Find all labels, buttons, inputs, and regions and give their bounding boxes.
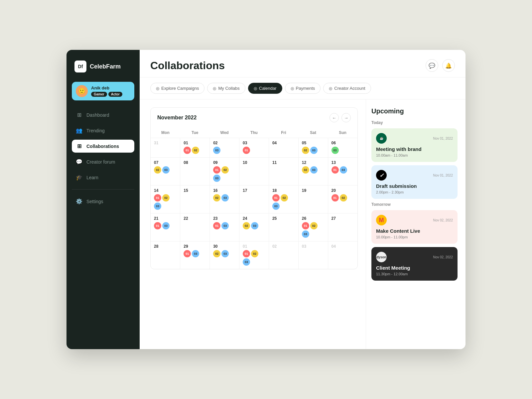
event-badge[interactable]: 02	[213, 250, 220, 257]
calendar-day[interactable]: 19	[298, 186, 328, 213]
event-badge[interactable]: 03	[154, 202, 161, 210]
tab-calendar[interactable]: ◎ Calendar	[248, 83, 282, 94]
event-badge[interactable]: 02	[310, 222, 318, 229]
next-month-button[interactable]: →	[341, 113, 351, 122]
event-card-client-meeting[interactable]: dyson Nov 02, 2022 Client Meeting 11.30p…	[371, 247, 458, 281]
notification-button[interactable]: 🔔	[442, 59, 455, 72]
tab-explore-campaigns[interactable]: ◎ Explore Campaigns	[150, 83, 204, 94]
chat-button[interactable]: 💬	[426, 59, 438, 72]
calendar-day[interactable]: 200102	[328, 186, 357, 213]
calendar-day[interactable]: 31	[151, 138, 180, 158]
event-badge[interactable]: 01	[332, 194, 339, 201]
event-badge[interactable]: 01	[243, 250, 250, 257]
calendar-day[interactable]: 240203	[239, 213, 269, 241]
calendar-day[interactable]: 0603	[328, 138, 357, 158]
event-badge[interactable]: 01	[243, 147, 250, 154]
event-card-draft-submission[interactable]: ✓ Nov 01, 2022 Draft submission 2.00pm -…	[371, 165, 458, 199]
calendar-day[interactable]: 26010203	[298, 213, 328, 241]
day-number: 27	[332, 216, 354, 221]
sidebar-item-trending[interactable]: 👥 Trending	[72, 124, 134, 137]
settings-icon: ⚙️	[76, 198, 82, 204]
event-badge[interactable]: 02	[162, 194, 170, 201]
event-badge[interactable]: 03	[310, 166, 318, 174]
calendar-day[interactable]: 03	[298, 241, 328, 269]
calendar-day[interactable]: 17	[239, 186, 269, 213]
calendar-day[interactable]: 04	[328, 241, 357, 269]
event-badge[interactable]: 03	[221, 222, 229, 229]
event-badge[interactable]: 03	[332, 147, 339, 154]
event-badge[interactable]: 01	[213, 222, 220, 229]
event-badge[interactable]: 03	[272, 202, 280, 210]
sidebar-item-settings[interactable]: ⚙️ Settings	[72, 195, 134, 208]
prev-month-button[interactable]: ←	[330, 113, 339, 122]
event-badge[interactable]: 02	[221, 166, 229, 174]
event-badge[interactable]: 02	[340, 194, 347, 201]
event-badge[interactable]: 03	[162, 222, 170, 229]
event-badge[interactable]: 03	[162, 166, 170, 174]
event-badge[interactable]: 02	[281, 194, 288, 201]
event-badge[interactable]: 03	[310, 147, 318, 154]
calendar-day[interactable]: 210103	[151, 213, 180, 241]
calendar-day[interactable]: 25	[269, 213, 298, 241]
calendar-day[interactable]: 120203	[298, 158, 328, 186]
tab-my-collabs[interactable]: ◎ My Collabs	[207, 83, 245, 94]
event-badge[interactable]: 01	[302, 222, 309, 229]
calendar-day[interactable]: 22	[180, 213, 210, 241]
calendar-day[interactable]: 160203	[210, 186, 239, 213]
event-badge[interactable]: 01	[154, 194, 161, 201]
event-badge[interactable]: 02	[192, 147, 199, 154]
calendar-day[interactable]: 04	[269, 138, 298, 158]
calendar-day[interactable]: 0203	[210, 138, 239, 158]
event-badge[interactable]: 02	[302, 166, 309, 174]
calendar-day[interactable]: 230103	[210, 213, 239, 241]
calendar-day[interactable]: 02	[269, 241, 298, 269]
calendar-day[interactable]: 10	[239, 158, 269, 186]
calendar-day[interactable]: 070203	[151, 158, 180, 186]
event-card-meeting-brand[interactable]: ☕ Nov 01, 2022 Meeting with brand 10.00a…	[371, 128, 458, 162]
event-card-content-live[interactable]: M Nov 02, 2022 Make Content Live 10.00pm…	[371, 210, 458, 244]
calendar-day[interactable]: 11	[269, 158, 298, 186]
event-badge[interactable]: 03	[243, 258, 250, 266]
tab-creator-account[interactable]: ◎ Creator Account	[323, 83, 371, 94]
tab-payments[interactable]: ◎ Payments	[285, 83, 321, 94]
event-badge[interactable]: 01	[332, 166, 339, 174]
event-badge[interactable]: 03	[302, 230, 309, 238]
event-badge[interactable]: 03	[251, 222, 258, 229]
sidebar-item-creator-forum[interactable]: 💬 Creator forum	[72, 155, 134, 168]
event-badge[interactable]: 01	[272, 194, 280, 201]
event-badge[interactable]: 03	[192, 250, 199, 257]
calendar-day[interactable]: 15	[180, 186, 210, 213]
calendar-day[interactable]: 01010203	[239, 241, 269, 269]
sidebar-item-dashboard[interactable]: ⊞ Dashboard	[72, 108, 134, 121]
event-badge[interactable]: 01	[154, 222, 161, 229]
calendar-day[interactable]: 050203	[298, 138, 328, 158]
event-badge[interactable]: 03	[213, 175, 220, 182]
user-card[interactable]: 🙂 Anik deb Gamer Actor	[72, 82, 134, 100]
calendar-day[interactable]: 09010203	[210, 158, 239, 186]
event-badge[interactable]: 02	[213, 194, 220, 201]
event-badge[interactable]: 03	[221, 250, 229, 257]
event-badge[interactable]: 03	[213, 147, 220, 154]
calendar-day[interactable]: 300203	[210, 241, 239, 269]
event-badge[interactable]: 03	[340, 166, 347, 174]
sidebar-item-collaborations[interactable]: ⊞ Collaborations	[72, 140, 134, 153]
calendar-day[interactable]: 010102	[180, 138, 210, 158]
event-badge[interactable]: 01	[213, 166, 220, 174]
calendar-day[interactable]: 290103	[180, 241, 210, 269]
calendar-day[interactable]: 130103	[328, 158, 357, 186]
event-badge[interactable]: 01	[184, 147, 191, 154]
calendar-day[interactable]: 08	[180, 158, 210, 186]
calendar-day[interactable]: 28	[151, 241, 180, 269]
calendar-day[interactable]: 18010203	[269, 186, 298, 213]
event-badge[interactable]: 03	[221, 194, 229, 201]
event-badge[interactable]: 01	[184, 250, 191, 257]
calendar-day[interactable]: 14010203	[151, 186, 180, 213]
calendar-day[interactable]: 27	[328, 213, 357, 241]
event-badge[interactable]: 02	[154, 166, 161, 174]
calendar-day[interactable]: 0301	[239, 138, 269, 158]
tab-icon: ◎	[329, 86, 332, 91]
event-badge[interactable]: 02	[251, 250, 258, 257]
event-badge[interactable]: 02	[302, 147, 309, 154]
event-badge[interactable]: 02	[243, 222, 250, 229]
sidebar-item-learn[interactable]: 🎓 Learn	[72, 171, 134, 184]
